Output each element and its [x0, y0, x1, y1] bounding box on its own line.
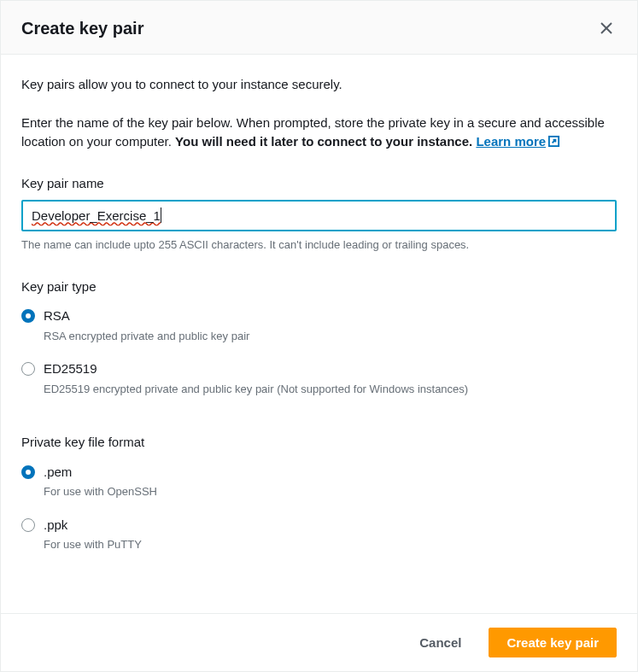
intro-text-1: Key pairs allow you to connect to your i… — [21, 75, 617, 95]
radio-icon — [21, 362, 35, 376]
key-pair-name-help: The name can include upto 255 ASCII char… — [21, 237, 617, 254]
key-pair-type-label: Key pair type — [21, 278, 617, 297]
radio-desc: For use with PuTTY — [44, 536, 617, 553]
key-pair-name-block: Key pair name Developer_Exercise_1 The n… — [21, 174, 617, 254]
external-link-icon — [547, 134, 560, 154]
close-button[interactable] — [596, 18, 617, 38]
cancel-button[interactable]: Cancel — [402, 628, 478, 657]
radio-icon — [21, 309, 35, 323]
key-format-label: Private key file format — [21, 433, 617, 453]
radio-desc: ED25519 encrypted private and public key… — [44, 381, 617, 398]
modal-title: Create key pair — [21, 19, 143, 38]
learn-more-text: Learn more — [476, 134, 546, 149]
radio-text-block: RSA RSA encrypted private and public key… — [44, 307, 617, 356]
key-pair-name-input[interactable]: Developer_Exercise_1 — [21, 200, 617, 231]
learn-more-link[interactable]: Learn more — [476, 134, 560, 149]
radio-desc: RSA encrypted private and public key pai… — [44, 328, 617, 345]
modal-body: Key pairs allow you to connect to your i… — [1, 55, 637, 613]
radio-title: RSA — [44, 307, 617, 326]
key-pair-type-group: Key pair type RSA RSA encrypted private … — [21, 278, 617, 410]
radio-ed25519[interactable]: ED25519 ED25519 encrypted private and pu… — [21, 359, 617, 409]
radio-title: .ppk — [44, 516, 617, 535]
radio-ppk[interactable]: .ppk For use with PuTTY — [21, 516, 617, 565]
radio-title: .pem — [44, 463, 617, 482]
radio-text-block: .pem For use with OpenSSH — [44, 463, 617, 512]
intro-text-2: Enter the name of the key pair below. Wh… — [21, 114, 617, 154]
radio-text-block: .ppk For use with PuTTY — [44, 516, 617, 565]
radio-title: ED25519 — [44, 359, 617, 379]
modal-header: Create key pair — [1, 1, 637, 55]
close-icon — [599, 20, 614, 36]
key-pair-name-label: Key pair name — [21, 174, 617, 194]
intro-bold: You will need it later to connect to you… — [175, 134, 472, 149]
radio-icon — [21, 518, 35, 532]
key-pair-name-value: Developer_Exercise_1 — [32, 208, 161, 223]
radio-pem[interactable]: .pem For use with OpenSSH — [21, 463, 617, 512]
modal-footer: Cancel Create key pair — [1, 613, 637, 671]
radio-text-block: ED25519 ED25519 encrypted private and pu… — [44, 359, 617, 409]
create-key-pair-button[interactable]: Create key pair — [489, 628, 617, 657]
key-format-group: Private key file format .pem For use wit… — [21, 433, 617, 565]
text-cursor — [161, 207, 161, 223]
radio-rsa[interactable]: RSA RSA encrypted private and public key… — [21, 307, 617, 356]
radio-icon — [21, 465, 35, 479]
radio-desc: For use with OpenSSH — [44, 483, 617, 500]
